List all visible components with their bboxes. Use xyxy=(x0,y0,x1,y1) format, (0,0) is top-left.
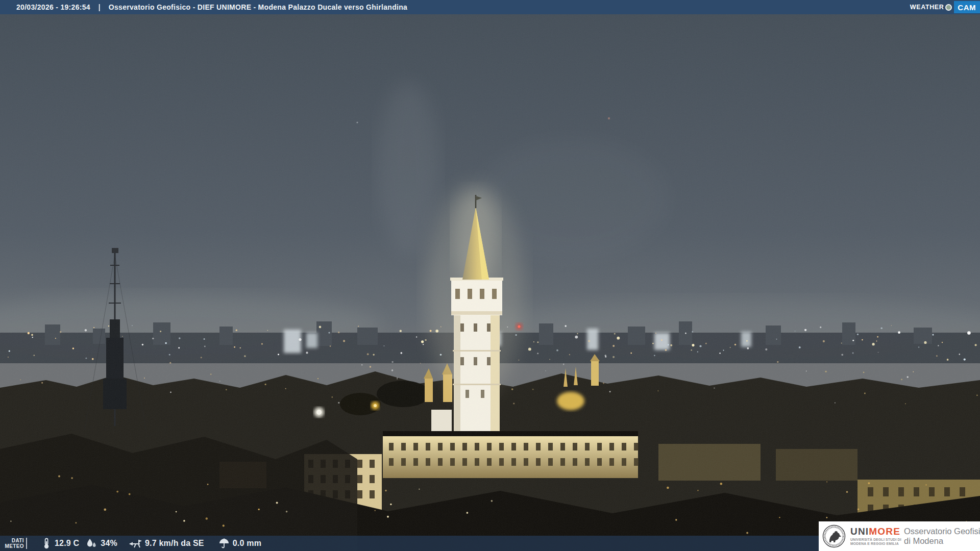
camera-title: Osservatorio Geofisico - DIEF UNIMORE - … xyxy=(109,3,407,11)
temperature-reading: 12.9 C xyxy=(41,538,79,549)
unimore-wordmark: UNIMORE UNIVERSITÀ DEGLI STUDI DI MODENA… xyxy=(850,527,898,546)
header-separator: | xyxy=(99,3,101,11)
weathercam-cam-badge: CAM xyxy=(954,1,980,13)
observatory-name: Osservatorio Geofisico di Modena xyxy=(904,527,980,546)
meteo-divider xyxy=(26,538,27,549)
unimore-seal-icon xyxy=(822,524,846,548)
camera-lens-icon xyxy=(945,4,952,11)
datetime-label: 20/03/2026 - 19:26:54 xyxy=(16,3,90,11)
weathercam-logo: WEATHER CAM xyxy=(910,0,980,14)
webcam-frame: 20/03/2026 - 19:26:54 | Osservatorio Geo… xyxy=(0,0,980,551)
modena-night-photo xyxy=(0,0,980,551)
brand-uni-text: UNI xyxy=(850,526,869,537)
university-subtitle: UNIVERSITÀ DEGLI STUDI DI MODENA E REGGI… xyxy=(850,538,898,546)
humidity-icon xyxy=(85,538,97,549)
wind-icon xyxy=(129,538,142,549)
wind-reading: 9.7 km/h da SE xyxy=(129,538,204,549)
humidity-reading: 34% xyxy=(85,538,117,549)
rain-reading: 0.0 mm xyxy=(218,538,261,549)
header-bar: 20/03/2026 - 19:26:54 | Osservatorio Geo… xyxy=(0,0,980,14)
rain-icon xyxy=(218,538,230,549)
weathercam-weather-text: WEATHER xyxy=(910,4,944,11)
unimore-logo-panel: UNIMORE UNIVERSITÀ DEGLI STUDI DI MODENA… xyxy=(819,521,980,551)
thermometer-icon xyxy=(41,538,52,549)
sensor-grain-overlay xyxy=(0,0,980,551)
brand-more-text: MORE xyxy=(869,526,900,537)
meteo-data-label: DATI METEO xyxy=(0,538,24,549)
